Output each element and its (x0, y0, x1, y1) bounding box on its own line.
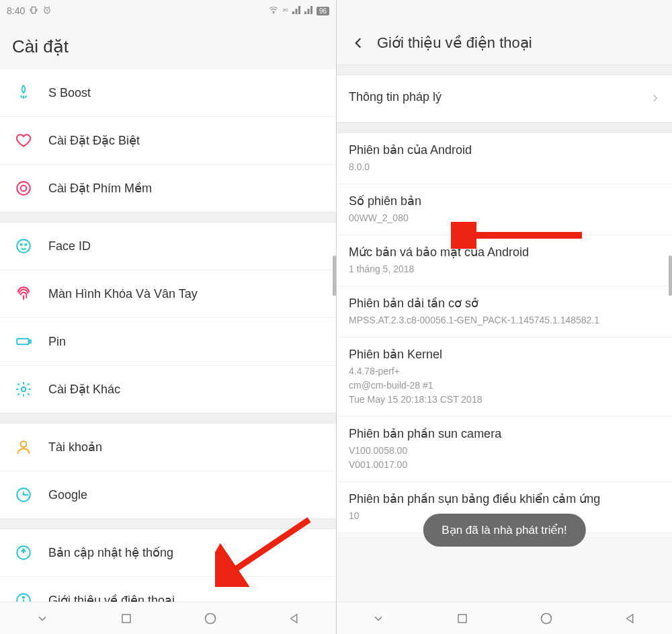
svg-point-10 (22, 387, 26, 392)
svg-point-20 (541, 613, 551, 623)
boost-icon (12, 81, 35, 104)
settings-item-label: Cài Đặt Đặc Biệt (48, 133, 140, 148)
signal-icon: ³ᴳ (283, 7, 288, 15)
status-time: 8:40 (7, 5, 25, 16)
header-title: Giới thiệu về điện thoại (377, 34, 532, 52)
page-title: Cài đặt (0, 22, 336, 69)
nav-back-icon[interactable] (617, 605, 644, 632)
nav-bar (0, 602, 336, 634)
settings-item-face[interactable]: Face ID (0, 223, 336, 270)
wifi-icon (268, 5, 279, 17)
legal-info-item[interactable]: Thông tin pháp lý (337, 75, 672, 122)
settings-item-person[interactable]: Tài khoản (0, 424, 336, 471)
annotation-arrow (451, 222, 585, 249)
settings-item-gear[interactable]: Cài Đặt Khác (0, 366, 336, 413)
about-item-value: V100.0058.00 V001.0017.00 (349, 444, 660, 472)
svg-point-6 (21, 244, 22, 245)
nav-recent-icon[interactable] (113, 605, 140, 632)
svg-point-5 (17, 239, 30, 253)
person-icon (12, 436, 35, 459)
settings-item-label: Google (48, 488, 87, 502)
settings-item-label: Bản cập nhật hệ thống (48, 545, 173, 560)
svg-rect-9 (30, 340, 31, 343)
about-item-value: 1 tháng 5, 2018 (349, 262, 660, 276)
settings-item-label: Tài khoản (48, 440, 102, 454)
nav-home-icon[interactable] (197, 605, 224, 632)
status-bar (337, 0, 672, 19)
nav-back-icon[interactable] (281, 605, 308, 632)
settings-item-label: Màn Hình Khóa Và Vân Tay (48, 287, 198, 301)
legal-info-label: Thông tin pháp lý (349, 90, 442, 104)
about-item[interactable]: Phiên bản Kernel4.4.78-perf+ cm@cm-build… (337, 338, 672, 417)
settings-item-label: S Boost (48, 86, 91, 100)
svg-point-15 (23, 597, 24, 598)
battery-badge: 96 (317, 7, 329, 15)
nav-bar (337, 602, 672, 634)
left-screen: 8:40 ³ᴳ 96 Cài đặt S BoostCài Đặt Đặc Bi… (0, 0, 336, 634)
right-screen: Giới thiệu về điện thoại Thông tin pháp … (336, 0, 672, 634)
vibrate-icon (29, 5, 38, 17)
about-item-title: Phiên bản dải tần cơ sở (349, 296, 660, 311)
signal-bars-icon-2 (304, 5, 312, 16)
about-item-title: Phiên bản Kernel (349, 347, 660, 362)
back-button[interactable] (349, 34, 368, 52)
google-icon (12, 483, 35, 506)
about-item-title: Phiên bản của Android (349, 143, 660, 157)
about-item-value: 4.4.78-perf+ cm@cm-build-28 #1 Tue May 1… (349, 364, 660, 407)
gear-icon (12, 378, 35, 401)
settings-item-battery[interactable]: Pin (0, 318, 336, 366)
about-item[interactable]: Phiên bản phần sun cameraV100.0058.00 V0… (337, 417, 672, 482)
battery-icon (12, 330, 35, 353)
svg-point-3 (17, 182, 30, 195)
svg-line-18 (227, 520, 309, 575)
svg-point-4 (21, 186, 27, 192)
svg-rect-0 (32, 7, 36, 13)
scrollbar[interactable] (669, 255, 672, 296)
settings-item-fingerprint[interactable]: Màn Hình Khóa Và Vân Tay (0, 270, 336, 318)
settings-item-label: Giới thiệu về điện thoại (48, 593, 175, 602)
softkey-icon (12, 177, 35, 200)
status-bar: 8:40 ³ᴳ 96 (0, 0, 336, 22)
about-item-title: Số phiên bản (349, 194, 660, 208)
annotation-arrow (215, 513, 316, 587)
header: Giới thiệu về điện thoại (337, 19, 672, 65)
svg-rect-8 (17, 339, 28, 345)
alarm-icon (42, 5, 52, 17)
about-item-title: Phiên bản phần sụn bảng điều khiển cảm ứ… (349, 491, 660, 506)
nav-home-icon[interactable] (533, 605, 560, 632)
signal-bars-icon (292, 5, 300, 16)
update-icon (12, 541, 35, 564)
chevron-right-icon (650, 91, 660, 106)
svg-rect-19 (458, 615, 466, 623)
developer-toast: Bạn đã là nhà phát triển! (423, 514, 585, 547)
settings-item-heart[interactable]: Cài Đặt Đặc Biệt (0, 117, 336, 165)
info-icon (12, 589, 35, 602)
about-item-value: 8.0.0 (349, 160, 660, 174)
nav-recent-icon[interactable] (449, 605, 476, 632)
nav-down-icon[interactable] (29, 605, 56, 632)
svg-point-11 (21, 441, 27, 447)
settings-item-label: Cài Đặt Phím Mềm (48, 181, 152, 196)
settings-item-label: Face ID (48, 239, 91, 253)
settings-item-google[interactable]: Google (0, 471, 336, 518)
about-item-value: MPSS.AT.2.3.c8-00056.1-GEN_PACK-1.145745… (349, 313, 660, 327)
svg-point-2 (273, 12, 274, 13)
settings-item-label: Cài Đặt Khác (48, 382, 120, 397)
settings-item-label: Pin (48, 335, 66, 349)
about-item[interactable]: Phiên bản của Android8.0.0 (337, 133, 672, 184)
svg-point-7 (25, 244, 26, 245)
heart-icon (12, 129, 35, 152)
face-icon (12, 235, 35, 257)
settings-item-boost[interactable]: S Boost (0, 69, 336, 117)
settings-item-softkey[interactable]: Cài Đặt Phím Mềm (0, 165, 336, 212)
fingerprint-icon (12, 282, 35, 305)
svg-point-17 (205, 613, 215, 623)
about-item-title: Phiên bản phần sun camera (349, 426, 660, 441)
about-item[interactable]: Phiên bản dải tần cơ sởMPSS.AT.2.3.c8-00… (337, 286, 672, 338)
nav-down-icon[interactable] (365, 605, 392, 632)
svg-rect-16 (122, 615, 130, 623)
